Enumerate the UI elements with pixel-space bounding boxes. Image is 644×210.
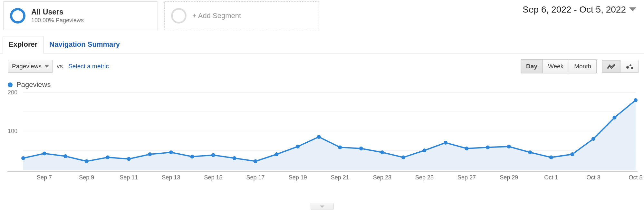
x-tick-label: Sep 15 — [204, 174, 222, 181]
svg-point-26 — [380, 150, 384, 154]
top-row: All Users 100.00% Pageviews + Add Segmen… — [0, 0, 644, 30]
chart-plot[interactable] — [7, 91, 638, 171]
secondary-metric-link[interactable]: Select a metric — [68, 63, 109, 70]
x-tick-label: Sep 21 — [331, 174, 349, 181]
add-segment-label: + Add Segment — [192, 12, 241, 20]
add-segment-button[interactable]: + Add Segment — [164, 1, 319, 30]
svg-point-33 — [528, 150, 532, 154]
svg-marker-39 — [320, 205, 324, 208]
x-tick-label: Sep 13 — [162, 174, 180, 181]
svg-point-14 — [127, 157, 131, 161]
svg-marker-0 — [629, 7, 636, 11]
granularity-group: Day Week Month — [521, 59, 597, 73]
svg-point-12 — [85, 159, 89, 163]
x-tick-label: Oct 5 — [629, 174, 642, 181]
add-segment-circle-icon — [171, 8, 187, 24]
vs-label: vs. — [57, 63, 64, 70]
motion-chart-icon — [626, 63, 633, 69]
granularity-month[interactable]: Month — [569, 60, 596, 73]
x-tick-label: Oct 3 — [586, 174, 600, 181]
svg-point-17 — [190, 155, 194, 158]
svg-point-25 — [359, 147, 363, 150]
legend-dot-icon — [8, 82, 13, 87]
svg-point-1 — [626, 66, 629, 69]
granularity-day-label: Day — [526, 63, 537, 70]
svg-point-13 — [106, 156, 110, 159]
tab-explorer-label: Explorer — [9, 40, 37, 48]
svg-marker-8 — [23, 100, 636, 170]
granularity-week-label: Week — [548, 63, 563, 70]
resize-handle[interactable] — [311, 203, 334, 210]
line-chart-icon — [607, 63, 615, 69]
chart-type-line[interactable] — [602, 60, 620, 72]
svg-point-9 — [21, 156, 25, 160]
svg-point-20 — [254, 159, 257, 163]
svg-point-34 — [549, 156, 553, 159]
svg-point-23 — [317, 135, 321, 139]
x-tick-label: Sep 17 — [246, 174, 265, 181]
x-tick-label: Oct 1 — [544, 174, 558, 181]
segment-title: All Users — [31, 8, 84, 17]
svg-point-18 — [211, 153, 215, 157]
chart-legend: Pageviews — [0, 76, 644, 91]
segment-circle-icon — [10, 8, 25, 24]
granularity-month-label: Month — [574, 63, 591, 70]
svg-point-15 — [148, 152, 152, 156]
svg-point-29 — [444, 141, 447, 145]
analytics-explorer: { "segments": { "primary": { "title": "A… — [0, 0, 644, 210]
caret-down-icon — [45, 65, 49, 68]
x-tick-label: Sep 11 — [120, 174, 138, 181]
tab-explorer[interactable]: Explorer — [3, 36, 43, 53]
granularity-week[interactable]: Week — [543, 60, 569, 73]
x-tick-label: Sep 7 — [37, 174, 52, 181]
svg-point-30 — [465, 147, 469, 150]
chart-type-motion[interactable] — [620, 60, 639, 72]
date-range-label: Sep 6, 2022 - Oct 5, 2022 — [523, 5, 626, 15]
date-range-picker[interactable]: Sep 6, 2022 - Oct 5, 2022 — [523, 1, 641, 15]
chart: 100200 Sep 7Sep 9Sep 11Sep 13Sep 15Sep 1… — [7, 91, 638, 181]
x-tick-label: Sep 29 — [500, 174, 518, 181]
chart-type-group — [602, 60, 639, 73]
svg-point-21 — [275, 152, 279, 156]
x-tick-label: Sep 19 — [289, 174, 307, 181]
x-tick-label: Sep 23 — [373, 174, 391, 181]
x-tick-label: Sep 9 — [79, 174, 94, 181]
svg-point-27 — [401, 156, 405, 159]
segment-subtitle: 100.00% Pageviews — [31, 17, 84, 24]
svg-point-19 — [233, 156, 236, 160]
x-tick-label: Sep 27 — [457, 174, 476, 181]
segment-text: All Users 100.00% Pageviews — [31, 8, 84, 24]
granularity-day[interactable]: Day — [521, 60, 543, 73]
segment-all-users[interactable]: All Users 100.00% Pageviews — [3, 1, 158, 30]
svg-point-37 — [612, 116, 616, 119]
svg-point-10 — [43, 152, 46, 156]
tabs: Explorer Navigation Summary — [0, 36, 644, 53]
primary-metric-dropdown[interactable]: Pageviews — [8, 60, 53, 73]
tab-navigation-summary[interactable]: Navigation Summary — [43, 36, 126, 53]
svg-point-36 — [591, 137, 595, 141]
svg-point-35 — [570, 152, 574, 156]
svg-point-32 — [507, 145, 511, 148]
svg-point-38 — [634, 98, 638, 102]
svg-point-22 — [296, 145, 300, 148]
x-tick-label: Sep 25 — [415, 174, 434, 181]
svg-point-31 — [486, 145, 490, 149]
primary-metric-label: Pageviews — [12, 63, 42, 70]
legend-series-label: Pageviews — [16, 81, 51, 89]
svg-point-16 — [169, 150, 173, 154]
x-axis-labels: Sep 7Sep 9Sep 11Sep 13Sep 15Sep 17Sep 19… — [7, 171, 638, 181]
svg-point-28 — [422, 148, 426, 152]
svg-point-2 — [630, 64, 631, 66]
svg-point-11 — [63, 154, 67, 158]
tab-nav-summary-label: Navigation Summary — [49, 40, 120, 48]
controls-right: Day Week Month — [521, 59, 639, 73]
svg-point-3 — [631, 67, 633, 69]
svg-point-24 — [338, 145, 342, 149]
caret-down-icon — [320, 204, 324, 209]
caret-down-icon — [629, 7, 636, 12]
controls-row: Pageviews vs. Select a metric Day Week M… — [0, 53, 644, 76]
